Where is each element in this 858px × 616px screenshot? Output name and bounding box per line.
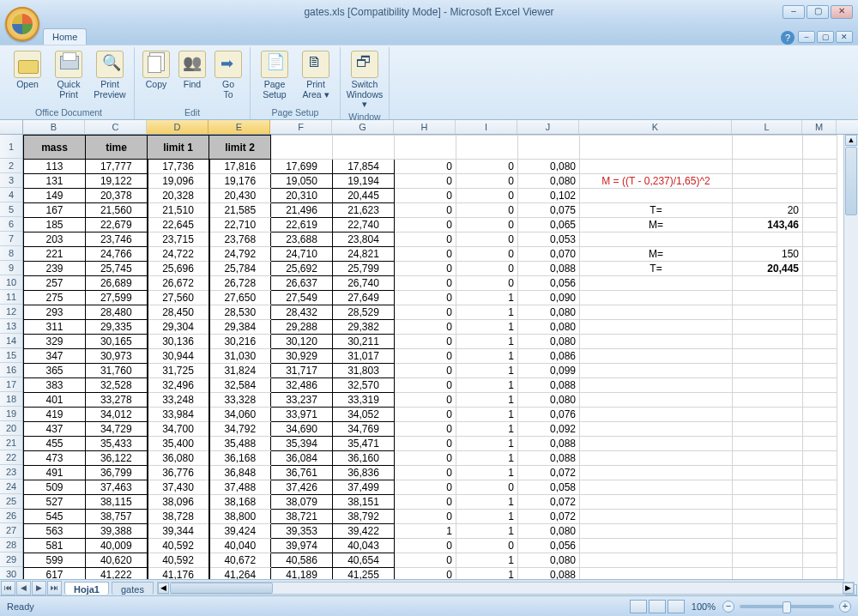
row-header-10[interactable]: 10 — [0, 275, 22, 290]
row-header-26[interactable]: 26 — [0, 509, 22, 523]
find-icon — [178, 51, 206, 78]
row-header-15[interactable]: 15 — [0, 348, 22, 363]
status-ready: Ready — [7, 601, 34, 612]
column-header-B[interactable]: B — [23, 120, 85, 134]
page-setup-button[interactable]: Page Setup — [256, 49, 293, 106]
window-minimize-button[interactable]: – — [782, 5, 805, 19]
row-header-20[interactable]: 20 — [0, 421, 22, 436]
row-header-11[interactable]: 11 — [0, 290, 22, 305]
row-header-18[interactable]: 18 — [0, 392, 22, 407]
row-header-22[interactable]: 22 — [0, 450, 22, 465]
workbook-close-button[interactable]: ✕ — [836, 31, 853, 43]
ribbon-group-page-setup: Page Setup — [256, 106, 335, 119]
row-header-14[interactable]: 14 — [0, 334, 22, 348]
goto-button[interactable]: Go To — [212, 49, 245, 106]
row-header-16[interactable]: 16 — [0, 363, 22, 377]
sheet-nav-prev[interactable]: ◀ — [16, 581, 31, 595]
ribbon-group-office: Office Document — [9, 106, 129, 119]
workbook-minimize-button[interactable]: – — [798, 31, 815, 43]
row-header-2[interactable]: 2 — [0, 159, 22, 173]
ribbon-group-edit: Edit — [140, 106, 245, 119]
row-header-23[interactable]: 23 — [0, 465, 22, 480]
print-area-button[interactable]: Print Area ▾ — [297, 49, 335, 106]
scroll-up-button[interactable]: ▲ — [845, 135, 857, 146]
window-restore-button[interactable]: ▢ — [807, 5, 829, 19]
folder-open-icon — [14, 51, 41, 78]
vertical-scrollbar[interactable]: ▲ ▼ — [843, 135, 858, 595]
scroll-left-button[interactable]: ◀ — [158, 583, 169, 594]
sheet-tab-gates[interactable]: gates — [112, 582, 154, 595]
row-header-28[interactable]: 28 — [0, 538, 22, 553]
sheet-nav-next[interactable]: ▶ — [32, 581, 46, 595]
view-layout-button[interactable] — [649, 600, 666, 613]
zoom-out-button[interactable]: − — [722, 601, 734, 613]
column-header-L[interactable]: L — [732, 120, 802, 134]
row-header-5[interactable]: 5 — [0, 202, 22, 217]
open-button[interactable]: Open — [9, 49, 46, 106]
row-header-7[interactable]: 7 — [0, 232, 22, 246]
zoom-level: 100% — [692, 601, 716, 612]
workbook-restore-button[interactable]: ▢ — [817, 31, 834, 43]
ribbon-tab-home[interactable]: Home — [43, 28, 87, 45]
magnifier-icon — [96, 51, 124, 78]
switch-windows-button[interactable]: Switch Windows ▾ — [346, 49, 384, 110]
row-header-27[interactable]: 27 — [0, 523, 22, 538]
ribbon: Open Quick Print Print Preview Office Do… — [0, 45, 858, 120]
row-header-13[interactable]: 13 — [0, 319, 22, 334]
column-header-G[interactable]: G — [332, 120, 394, 134]
row-header-1[interactable]: 1 — [0, 135, 22, 159]
column-header-D[interactable]: D — [147, 120, 208, 134]
vscroll-thumb[interactable] — [845, 147, 857, 215]
zoom-in-button[interactable]: + — [839, 601, 851, 613]
column-header-K[interactable]: K — [579, 120, 732, 134]
find-button[interactable]: Find — [176, 49, 208, 106]
zoom-slider[interactable] — [740, 605, 834, 608]
row-header-8[interactable]: 8 — [0, 246, 22, 261]
sheet-nav-first[interactable]: ⏮ — [1, 581, 15, 595]
print-area-icon — [302, 51, 329, 78]
sheet-nav-last[interactable]: ⏭ — [47, 581, 62, 595]
row-headers[interactable]: 1234567891011121314151617181920212223242… — [0, 135, 23, 579]
row-header-29[interactable]: 29 — [0, 553, 22, 567]
office-button[interactable] — [5, 7, 39, 41]
column-header-E[interactable]: E — [208, 120, 270, 134]
view-normal-button[interactable] — [630, 600, 647, 613]
row-header-4[interactable]: 4 — [0, 188, 22, 202]
hscroll-thumb[interactable] — [170, 583, 273, 594]
help-button[interactable]: ? — [781, 31, 795, 45]
sheet-tab-active[interactable]: Hoja1 — [64, 582, 109, 595]
printer-icon — [55, 51, 82, 78]
view-pagebreak-button[interactable] — [668, 600, 685, 613]
row-header-25[interactable]: 25 — [0, 494, 22, 509]
window-close-button[interactable]: ✕ — [831, 5, 853, 19]
row-header-9[interactable]: 9 — [0, 261, 22, 275]
quick-print-button[interactable]: Quick Print — [50, 49, 88, 106]
windows-icon — [351, 51, 378, 78]
column-header-C[interactable]: C — [85, 120, 147, 134]
select-all-corner[interactable] — [0, 120, 23, 134]
column-header-J[interactable]: J — [517, 120, 579, 134]
page-setup-icon — [261, 51, 288, 78]
window-title: gates.xls [Compatibility Mode] - Microso… — [0, 6, 858, 18]
row-header-12[interactable]: 12 — [0, 305, 22, 319]
copy-button[interactable]: Copy — [140, 49, 172, 106]
row-header-17[interactable]: 17 — [0, 377, 22, 392]
copy-icon — [142, 51, 170, 78]
row-header-24[interactable]: 24 — [0, 480, 22, 494]
row-header-21[interactable]: 21 — [0, 436, 22, 450]
scroll-right-button[interactable]: ▶ — [843, 583, 854, 594]
row-header-3[interactable]: 3 — [0, 173, 22, 188]
row-header-19[interactable]: 19 — [0, 407, 22, 421]
horizontal-scrollbar[interactable]: ◀ ▶ — [157, 582, 855, 595]
column-header-H[interactable]: H — [394, 120, 456, 134]
arrow-right-icon — [214, 51, 242, 78]
print-preview-button[interactable]: Print Preview — [91, 49, 129, 106]
column-header-I[interactable]: I — [456, 120, 517, 134]
column-headers[interactable]: BCDEFGHIJKLM — [0, 120, 858, 135]
row-header-6[interactable]: 6 — [0, 217, 22, 232]
spreadsheet-grid[interactable]: masstimelimit 1limit 211317,77717,73617,… — [23, 135, 837, 579]
column-header-F[interactable]: F — [270, 120, 332, 134]
column-header-M[interactable]: M — [802, 120, 837, 134]
row-header-30[interactable]: 30 — [0, 567, 22, 579]
